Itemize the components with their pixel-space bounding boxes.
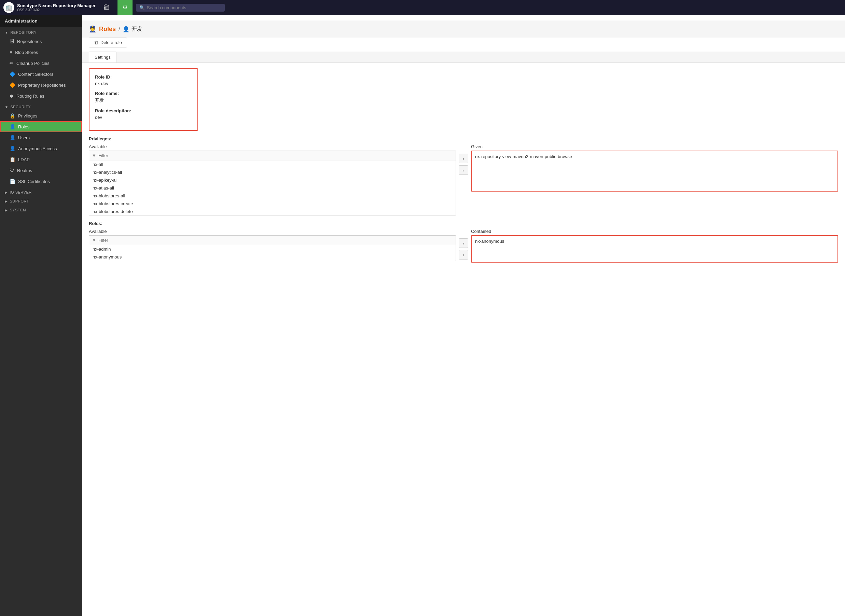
search-bar[interactable]: 🔍 bbox=[136, 4, 225, 12]
privileges-transfer-buttons: › ‹ bbox=[459, 144, 468, 175]
privileges-given-label: Given bbox=[471, 144, 838, 149]
chevron-down-icon-security: ▼ bbox=[5, 105, 8, 109]
realms-icon: 🛡 bbox=[10, 168, 14, 173]
sidebar-item-content-selectors[interactable]: 🔷 Content Selectors bbox=[0, 69, 82, 79]
privileges-available-box: ▼ nx-allnx-analytics-allnx-apikey-allnx-… bbox=[89, 151, 456, 216]
settings-nav-btn[interactable]: ⚙ bbox=[117, 0, 132, 15]
list-item[interactable]: nx-blobstores-delete bbox=[89, 208, 456, 215]
privileges-move-right-btn[interactable]: › bbox=[459, 154, 468, 163]
roles-contained-box: nx-anonymous bbox=[471, 235, 838, 263]
breadcrumb-current-label: 开发 bbox=[132, 26, 142, 33]
sidebar-section-label-security: Security bbox=[10, 105, 31, 109]
sidebar-item-label-roles: Roles bbox=[18, 124, 29, 129]
roles-contained-label: Contained bbox=[471, 229, 838, 234]
sidebar-item-blob-stores[interactable]: ≡ Blob Stores bbox=[0, 47, 82, 58]
sidebar-item-label-privileges: Privileges bbox=[18, 113, 37, 119]
ssl-icon: 📄 bbox=[10, 179, 15, 184]
sidebar-item-users[interactable]: 👤 Users bbox=[0, 132, 82, 143]
breadcrumb-parent-link[interactable]: Roles bbox=[99, 26, 116, 33]
roles-move-right-btn[interactable]: › bbox=[459, 238, 468, 248]
list-item[interactable]: nx-anonymous bbox=[89, 253, 456, 261]
privileges-dual-list: Available ▼ nx-allnx-analytics-allnx-api… bbox=[89, 144, 838, 216]
app-logo-icon: 🏢 bbox=[3, 2, 14, 13]
sidebar-item-routing-rules[interactable]: ≑ Routing Rules bbox=[0, 91, 82, 101]
sidebar-item-roles[interactable]: 👤 Roles bbox=[0, 121, 82, 132]
roles-contained-items: nx-anonymous bbox=[472, 236, 838, 246]
roles-filter-row: ▼ bbox=[89, 236, 456, 245]
role-name-label: Role name: bbox=[95, 91, 192, 96]
privileges-filter-input[interactable] bbox=[98, 153, 453, 158]
app-title: Sonatype Nexus Repository Manager bbox=[17, 3, 95, 8]
privileges-given-items: nx-repository-view-maven2-maven-public-b… bbox=[472, 151, 838, 162]
list-item[interactable]: nx-apikey-all bbox=[89, 176, 456, 184]
sidebar-section-security[interactable]: ▼ Security bbox=[0, 101, 82, 110]
roles-transfer-buttons: › ‹ bbox=[459, 229, 468, 260]
sidebar-section-iq-server[interactable]: ▶ IQ Server bbox=[0, 187, 82, 196]
repositories-icon: 🗄 bbox=[10, 38, 14, 44]
roles-filter-input[interactable] bbox=[98, 238, 453, 243]
tab-settings[interactable]: Settings bbox=[89, 51, 116, 63]
sidebar-section-repository[interactable]: ▼ Repository bbox=[0, 27, 82, 36]
sidebar-item-label-cleanup-policies: Cleanup Policies bbox=[16, 61, 50, 66]
app-logo: 🏢 Sonatype Nexus Repository Manager OSS … bbox=[3, 2, 95, 13]
sidebar-item-anonymous-access[interactable]: 👤 Anonymous Access bbox=[0, 143, 82, 154]
privileges-move-left-btn[interactable]: ‹ bbox=[459, 165, 468, 175]
sidebar-item-label-blob-stores: Blob Stores bbox=[15, 50, 38, 55]
chevron-right-icon-support: ▶ bbox=[5, 199, 8, 203]
sidebar-section-system[interactable]: ▶ System bbox=[0, 205, 82, 213]
list-item[interactable]: nx-blobstores-create bbox=[89, 200, 456, 208]
proprietary-icon: 🔶 bbox=[10, 82, 15, 88]
sidebar-item-label-proprietary: Proprietary Repositories bbox=[18, 83, 66, 88]
breadcrumb-current: 👤 开发 bbox=[123, 26, 142, 33]
delete-role-button[interactable]: 🗑 Delete role bbox=[89, 38, 127, 47]
sidebar-section-support[interactable]: ▶ Support bbox=[0, 196, 82, 205]
breadcrumb-current-icon: 👤 bbox=[123, 26, 129, 32]
privileges-given-panel: Given nx-repository-view-maven2-maven-pu… bbox=[471, 144, 838, 192]
role-id-field: Role ID: nx-dev bbox=[95, 75, 192, 86]
sidebar-section-label-iq: IQ Server bbox=[10, 190, 32, 194]
roles-icon: 👤 bbox=[10, 124, 15, 129]
chevron-right-icon-iq: ▶ bbox=[5, 191, 8, 194]
role-desc-value: dev bbox=[95, 115, 192, 120]
roles-available-panel: Available ▼ nx-adminnx-anonymous bbox=[89, 229, 456, 261]
chevron-down-icon: ▼ bbox=[5, 31, 8, 34]
filter-icon: ▼ bbox=[92, 153, 96, 158]
list-item[interactable]: nx-atlas-all bbox=[89, 184, 456, 192]
list-item[interactable]: nx-repository-view-maven2-maven-public-b… bbox=[472, 151, 838, 162]
roles-move-left-btn[interactable]: ‹ bbox=[459, 250, 468, 260]
users-icon: 👤 bbox=[10, 135, 15, 140]
sidebar-section-label-support: Support bbox=[10, 199, 29, 203]
top-navigation: 🏢 Sonatype Nexus Repository Manager OSS … bbox=[0, 0, 845, 15]
sidebar-item-label-users: Users bbox=[18, 135, 30, 140]
search-input[interactable] bbox=[147, 5, 222, 10]
list-item[interactable]: nx-blobstores-all bbox=[89, 192, 456, 200]
roles-section-title: Roles: bbox=[89, 221, 838, 226]
list-item[interactable]: nx-analytics-all bbox=[89, 168, 456, 176]
privileges-section-title: Privileges: bbox=[89, 136, 838, 141]
sidebar-item-repositories[interactable]: 🗄 Repositories bbox=[0, 36, 82, 47]
browse-nav-btn[interactable]: 🏛 bbox=[99, 0, 114, 15]
roles-available-items: nx-adminnx-anonymous bbox=[89, 245, 456, 261]
main-content: 👮 Roles / 👤 开发 🗑 Delete role Settings bbox=[82, 15, 845, 616]
sidebar-item-ssl-certificates[interactable]: 📄 SSL Certificates bbox=[0, 176, 82, 187]
sidebar-section-label-repository: Repository bbox=[10, 31, 37, 34]
role-form: Role ID: nx-dev Role name: 开发 Role descr… bbox=[89, 68, 198, 131]
search-icon: 🔍 bbox=[139, 5, 145, 10]
toolbar: 🗑 Delete role bbox=[82, 38, 845, 51]
sidebar-item-privileges[interactable]: 🔒 Privileges bbox=[0, 110, 82, 121]
privileges-given-box: nx-repository-view-maven2-maven-public-b… bbox=[471, 151, 838, 192]
sidebar-item-label-content-selectors: Content Selectors bbox=[18, 72, 53, 77]
sidebar-item-realms[interactable]: 🛡 Realms bbox=[0, 165, 82, 176]
list-item[interactable]: nx-admin bbox=[89, 245, 456, 253]
breadcrumb-separator: / bbox=[119, 26, 120, 32]
roles-filter-icon: ▼ bbox=[92, 238, 96, 243]
sidebar: Administration ▼ Repository 🗄 Repositori… bbox=[0, 15, 82, 616]
sidebar-item-proprietary-repositories[interactable]: 🔶 Proprietary Repositories bbox=[0, 79, 82, 91]
privileges-available-items: nx-allnx-analytics-allnx-apikey-allnx-at… bbox=[89, 160, 456, 215]
sidebar-item-ldap[interactable]: 📋 LDAP bbox=[0, 154, 82, 165]
sidebar-item-cleanup-policies[interactable]: ✏ Cleanup Policies bbox=[0, 58, 82, 69]
list-item[interactable]: nx-all bbox=[89, 160, 456, 168]
list-item[interactable]: nx-anonymous bbox=[472, 236, 838, 246]
sidebar-section-label-system: System bbox=[10, 208, 26, 212]
blob-stores-icon: ≡ bbox=[10, 50, 12, 55]
